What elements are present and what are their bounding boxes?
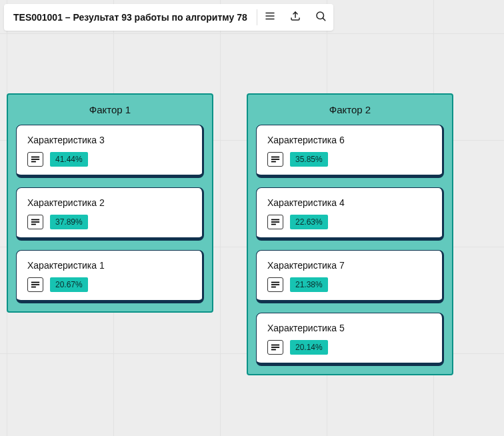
menu-icon	[264, 10, 276, 25]
characteristic-name: Характеристика 5	[267, 323, 431, 333]
svg-rect-14	[31, 287, 36, 288]
factor-title: Фактор 1	[16, 95, 204, 125]
percentage-badge: 35.85%	[290, 152, 328, 167]
share-button[interactable]	[283, 4, 308, 31]
menu-button[interactable]	[257, 4, 283, 31]
characteristic-card[interactable]: Характеристика 2 37.89%	[16, 187, 204, 241]
characteristic-card[interactable]: Характеристика 5 20.14%	[256, 313, 444, 366]
svg-rect-26	[271, 349, 276, 351]
svg-rect-8	[31, 161, 36, 163]
characteristic-card[interactable]: Характеристика 1 20.67%	[16, 250, 204, 303]
text-type-icon	[27, 215, 43, 229]
factor-panel[interactable]: Фактор 1 Характеристика 3 41.44% Характе…	[7, 93, 213, 313]
factor-title: Фактор 2	[256, 95, 444, 125]
characteristic-meta: 20.14%	[267, 340, 431, 355]
workspace: Фактор 1 Характеристика 3 41.44% Характе…	[7, 93, 453, 375]
svg-rect-7	[31, 159, 39, 160]
svg-rect-22	[271, 284, 279, 285]
text-type-icon	[267, 277, 283, 292]
svg-line-5	[323, 18, 325, 20]
percentage-badge: 20.14%	[290, 340, 328, 355]
characteristic-name: Характеристика 7	[267, 260, 431, 271]
characteristic-card[interactable]: Характеристика 3 41.44%	[16, 125, 204, 178]
svg-rect-9	[31, 219, 39, 221]
percentage-badge: 37.89%	[50, 215, 88, 229]
text-type-icon	[27, 277, 43, 292]
svg-rect-24	[271, 345, 279, 346]
percentage-badge: 20.67%	[50, 277, 88, 292]
svg-rect-15	[271, 157, 279, 158]
characteristic-name: Характеристика 2	[27, 197, 191, 208]
svg-rect-17	[271, 161, 276, 163]
factor-panel[interactable]: Фактор 2 Характеристика 6 35.85% Характе…	[247, 93, 453, 375]
svg-rect-11	[31, 224, 36, 225]
svg-rect-19	[271, 221, 279, 223]
text-type-icon	[267, 152, 283, 167]
characteristic-name: Характеристика 1	[27, 260, 191, 271]
search-icon	[315, 10, 327, 25]
characteristic-meta: 22.63%	[267, 215, 431, 229]
svg-rect-18	[271, 219, 279, 221]
characteristic-meta: 37.89%	[27, 215, 191, 229]
percentage-badge: 22.63%	[290, 215, 328, 229]
characteristic-meta: 41.44%	[27, 152, 191, 167]
svg-rect-25	[271, 347, 279, 348]
percentage-badge: 41.44%	[50, 152, 88, 167]
svg-rect-16	[271, 159, 279, 160]
search-button[interactable]	[308, 4, 333, 31]
characteristic-name: Характеристика 4	[267, 197, 431, 208]
characteristic-meta: 35.85%	[267, 152, 431, 167]
characteristic-meta: 21.38%	[267, 277, 431, 292]
page-title: TES001001 – Результат 93 работы по алгор…	[4, 12, 257, 23]
text-type-icon	[267, 340, 283, 355]
characteristic-name: Характеристика 6	[267, 135, 431, 145]
header-actions	[257, 4, 333, 31]
svg-rect-10	[31, 221, 39, 223]
svg-rect-6	[31, 157, 39, 158]
characteristic-card[interactable]: Характеристика 4 22.63%	[256, 187, 444, 241]
svg-rect-20	[271, 224, 276, 225]
characteristic-name: Характеристика 3	[27, 135, 191, 145]
text-type-icon	[27, 152, 43, 167]
svg-rect-21	[271, 282, 279, 283]
header-bar: TES001001 – Результат 93 работы по алгор…	[4, 4, 333, 31]
svg-rect-23	[271, 287, 276, 288]
characteristic-card[interactable]: Характеристика 6 35.85%	[256, 125, 444, 178]
characteristic-meta: 20.67%	[27, 277, 191, 292]
svg-rect-12	[31, 282, 39, 283]
upload-icon	[289, 10, 301, 25]
svg-rect-13	[31, 284, 39, 285]
text-type-icon	[267, 215, 283, 229]
characteristic-card[interactable]: Характеристика 7 21.38%	[256, 250, 444, 303]
percentage-badge: 21.38%	[290, 277, 328, 292]
